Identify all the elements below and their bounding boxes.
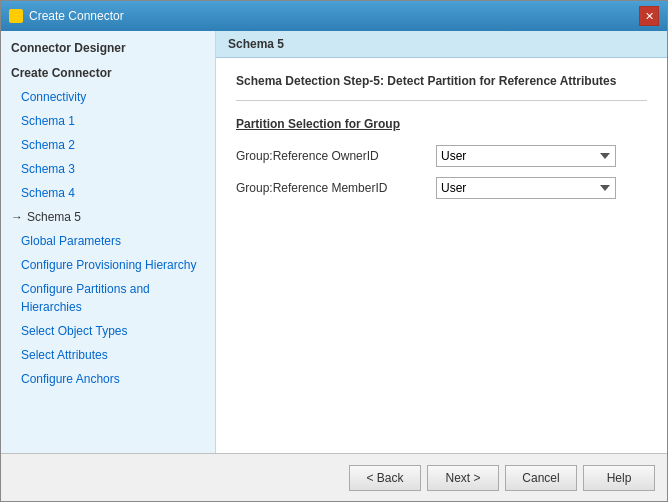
sidebar-item-select-object-types[interactable]: Select Object Types [1, 319, 215, 343]
sidebar-item-select-attributes[interactable]: Select Attributes [1, 343, 215, 367]
field-label-member-id: Group:Reference MemberID [236, 181, 436, 195]
form-row-member-id: Group:Reference MemberID User Group Cont… [236, 177, 647, 199]
sidebar-item-configure-partitions-hierarchies[interactable]: Configure Partitions and Hierarchies [1, 277, 215, 319]
sidebar: Connector Designer Create Connector Conn… [1, 31, 216, 453]
title-bar-left: Create Connector [9, 9, 124, 23]
sidebar-item-global-parameters[interactable]: Global Parameters [1, 229, 215, 253]
footer: < Back Next > Cancel Help [1, 453, 667, 501]
field-label-owner-id: Group:Reference OwnerID [236, 149, 436, 163]
window-body: Connector Designer Create Connector Conn… [1, 31, 667, 453]
step-description: Schema Detection Step-5: Detect Partitio… [236, 74, 647, 101]
partition-section-title: Partition Selection for Group [236, 117, 647, 131]
sidebar-item-schema-5[interactable]: Schema 5 [1, 205, 215, 229]
next-button[interactable]: Next > [427, 465, 499, 491]
help-button[interactable]: Help [583, 465, 655, 491]
sidebar-item-connectivity[interactable]: Connectivity [1, 85, 215, 109]
sidebar-item-schema-3[interactable]: Schema 3 [1, 157, 215, 181]
field-select-member-id[interactable]: User Group Contact [436, 177, 616, 199]
sidebar-item-schema-1[interactable]: Schema 1 [1, 109, 215, 133]
sidebar-item-configure-provisioning-hierarchy[interactable]: Configure Provisioning Hierarchy [1, 253, 215, 277]
title-bar: Create Connector ✕ [1, 1, 667, 31]
back-button[interactable]: < Back [349, 465, 421, 491]
content-header: Schema 5 [216, 31, 667, 58]
content-area: Schema 5 Schema Detection Step-5: Detect… [216, 31, 667, 453]
main-window: Create Connector ✕ Connector Designer Cr… [0, 0, 668, 502]
app-icon [9, 9, 23, 23]
cancel-button[interactable]: Cancel [505, 465, 577, 491]
field-select-owner-id[interactable]: User Group Contact [436, 145, 616, 167]
sidebar-header: Connector Designer [1, 39, 215, 61]
close-button[interactable]: ✕ [639, 6, 659, 26]
sidebar-item-schema-4[interactable]: Schema 4 [1, 181, 215, 205]
sidebar-item-create-connector[interactable]: Create Connector [1, 61, 215, 85]
content-main: Schema Detection Step-5: Detect Partitio… [216, 58, 667, 453]
sidebar-item-schema-2[interactable]: Schema 2 [1, 133, 215, 157]
window-title: Create Connector [29, 9, 124, 23]
sidebar-item-configure-anchors[interactable]: Configure Anchors [1, 367, 215, 391]
form-row-owner-id: Group:Reference OwnerID User Group Conta… [236, 145, 647, 167]
